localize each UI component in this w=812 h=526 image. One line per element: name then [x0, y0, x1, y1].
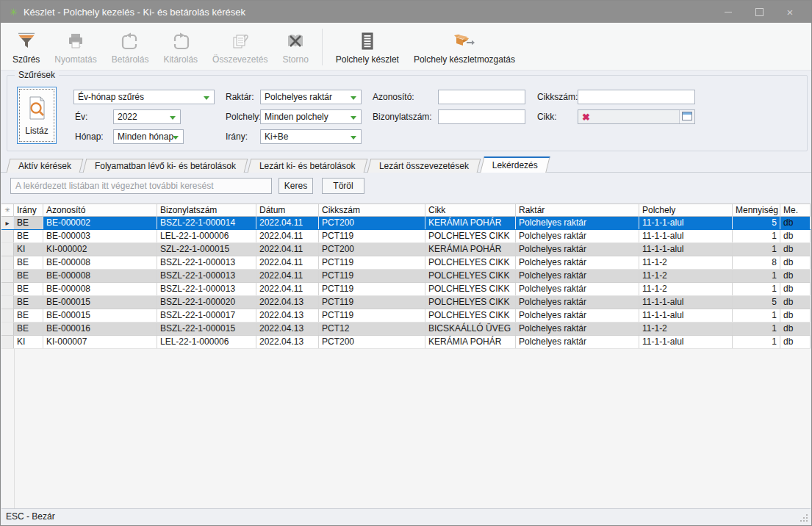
cell-irany: BE — [14, 230, 43, 242]
column-header-me[interactable]: Me. — [780, 204, 811, 217]
cell-raktar: Polchelyes raktár — [516, 217, 639, 229]
column-header-cikkszam[interactable]: Cikkszám — [319, 204, 425, 217]
table-row[interactable]: BEBE-000008BSZL-22-1-0000132022.04.11PCT… — [1, 256, 811, 270]
azonosito-input[interactable] — [438, 90, 525, 104]
cell-cikkszam: PCT119 — [319, 270, 425, 282]
cell-me: db — [780, 336, 811, 348]
column-header-mennyiseg[interactable]: Mennyiség — [733, 204, 780, 217]
cell-cikkszam: PCT119 — [319, 283, 425, 295]
cell-mennyiseg: 1 — [733, 309, 780, 322]
shelf-list-icon — [357, 29, 378, 53]
column-header-bizonylatszam[interactable]: Bizonylatszám — [157, 204, 256, 217]
store-out-button[interactable]: Kitárolás — [156, 25, 205, 70]
honap-label: Hónap: — [75, 129, 104, 144]
filter-groupbox: Szűrések Listáz Év-hónap szűrés Év: 2022… — [7, 75, 808, 151]
table-row[interactable]: KIKI-000002SZL-22-1-0000152022.04.11PCT2… — [1, 243, 811, 256]
minimize-button[interactable] — [713, 1, 744, 23]
tab-label: Lezárt ki- és betárolások — [259, 161, 356, 171]
close-button[interactable]: × — [775, 1, 805, 23]
tab-lezart-ki-es-betarolasok[interactable]: Lezárt ki- és betárolások — [248, 159, 367, 173]
cell-mennyiseg: 8 — [733, 256, 780, 269]
ev-combo[interactable]: 2022 — [113, 109, 181, 124]
table-row[interactable]: BEBE-000016BSZL-22-1-0000152022.04.13PCT… — [1, 323, 811, 336]
table-row[interactable]: BEBE-000008BSZL-22-1-0000132022.04.11PCT… — [1, 270, 811, 283]
filter-mode-value: Év-hónap szűrés — [78, 92, 144, 102]
row-indicator — [1, 283, 14, 295]
cell-cikkszam: PCT119 — [319, 309, 425, 322]
listaz-button[interactable]: Listáz — [17, 87, 57, 144]
cell-polchely: 11-1-1-alul — [639, 309, 733, 322]
toolbar-button-label: Polchely készlet — [336, 54, 399, 65]
store-in-button[interactable]: Betárolás — [104, 25, 157, 70]
column-header-azonosito[interactable]: Azonosító — [43, 204, 157, 217]
filter-button[interactable]: Szűrés — [5, 25, 47, 70]
cell-me: db — [780, 270, 811, 282]
table-row[interactable]: BEBE-000008BSZL-22-1-0000132022.04.11PCT… — [1, 283, 811, 296]
torol-button[interactable]: Töröl — [322, 178, 364, 194]
maximize-button[interactable] — [744, 1, 775, 23]
bizonylatszam-input[interactable] — [438, 109, 525, 124]
merge-button[interactable]: Összevezetés — [205, 25, 275, 70]
cell-mennyiseg: 1 — [733, 230, 780, 242]
table-row[interactable]: BEBE-000015BSZL-22-1-0000172022.04.13PCT… — [1, 309, 811, 323]
tab-aktiv-keresek[interactable]: Aktív kérések — [7, 159, 84, 173]
cell-raktar: Polchelyes raktár — [516, 323, 639, 335]
column-header-cikk[interactable]: Cikk — [425, 204, 516, 217]
keres-button[interactable]: Keres — [279, 178, 313, 194]
cell-cikkszam: PCT200 — [319, 217, 425, 229]
table-row[interactable]: BEBE-000003LEL-22-1-0000062022.04.11PCT1… — [1, 230, 811, 243]
polchely-combo[interactable]: Minden polchely — [260, 109, 362, 124]
cell-bizonylatszam: LEL-22-1-000006 — [157, 336, 256, 348]
cell-cikk: POLCHELYES CIKK — [425, 309, 516, 322]
cell-datum: 2022.04.11 — [256, 283, 319, 295]
table-row[interactable]: BEBE-000015BSZL-22-1-0000202022.04.13PCT… — [1, 296, 811, 309]
filter-mode-combo[interactable]: Év-hónap szűrés — [73, 90, 215, 104]
cell-irany: BE — [14, 256, 43, 269]
cell-polchely: 11-1-2 — [639, 256, 733, 269]
app-flower-icon: ✳ — [10, 7, 18, 18]
grid-empty-area — [1, 349, 811, 508]
column-header-datum[interactable]: Dátum — [256, 204, 319, 217]
raktar-combo[interactable]: Polchelyes raktár — [260, 90, 362, 104]
toolbar: Szűrés Nyomtatás Betárolás Kitárolás Öss… — [1, 23, 811, 71]
tab-folyamatban-levo-ki-es-betarolasok[interactable]: Folyamatban lévő ki- és betárolások — [83, 159, 248, 173]
cell-irany: KI — [14, 243, 43, 256]
cell-cikkszam: PCT119 — [319, 230, 425, 242]
cell-azonosito: BE-000008 — [43, 256, 157, 269]
cell-azonosito: BE-000003 — [43, 230, 157, 242]
irany-combo[interactable]: Ki+Be — [260, 129, 362, 144]
toolbar-button-label: Polchely készletmozgatás — [414, 54, 515, 65]
cikkszam-input[interactable] — [578, 90, 695, 104]
status-text: ESC - Bezár — [6, 511, 55, 522]
table-row[interactable]: KIKI-000007LEL-22-1-0000062022.04.13PCT2… — [1, 336, 811, 349]
column-header-polchely[interactable]: Polchely — [639, 204, 733, 217]
column-header-raktar[interactable]: Raktár — [516, 204, 639, 217]
shelf-stock-button[interactable]: Polchely készlet — [328, 25, 406, 70]
tab-label: Lezárt összevezetések — [379, 161, 469, 171]
cell-raktar: Polchelyes raktár — [516, 296, 639, 309]
tab-label: Aktív kérések — [18, 161, 71, 171]
cikk-lookup-field[interactable]: ✖ — [578, 109, 695, 124]
cell-mennyiseg: 5 — [733, 217, 780, 229]
stock-move-button[interactable]: Polchely készletmozgatás — [406, 25, 522, 70]
resize-grip-icon[interactable] — [806, 520, 808, 522]
tab-lezart-osszevezetesek[interactable]: Lezárt összevezetések — [367, 159, 481, 173]
polchely-value: Minden polchely — [265, 112, 328, 122]
table-row[interactable]: ▸BEBE-000002BSZL-22-1-0000142022.04.11PC… — [1, 217, 811, 230]
red-x-icon[interactable]: ✖ — [582, 112, 590, 122]
cikk-lookup-button[interactable] — [679, 110, 694, 123]
print-button[interactable]: Nyomtatás — [47, 25, 104, 70]
window-controls: × — [713, 1, 805, 23]
cell-bizonylatszam: LEL-22-1-000006 — [157, 230, 256, 242]
toolbar-separator — [322, 29, 323, 65]
column-header-irany[interactable]: Irány — [14, 204, 43, 217]
honap-combo[interactable]: Minden hónap — [113, 129, 184, 144]
cell-bizonylatszam: SZL-22-1-000015 — [157, 243, 256, 256]
document-magnifier-icon — [26, 96, 48, 123]
row-indicator: ▸ — [1, 217, 14, 229]
search-input[interactable] — [10, 178, 272, 194]
tab-lekerdezes[interactable]: Lekérdezés — [480, 156, 550, 173]
indicator-column-header: ✳ — [1, 204, 14, 217]
storno-button[interactable]: Storno — [275, 25, 315, 70]
cell-polchely: 11-1-1-alul — [639, 230, 733, 242]
